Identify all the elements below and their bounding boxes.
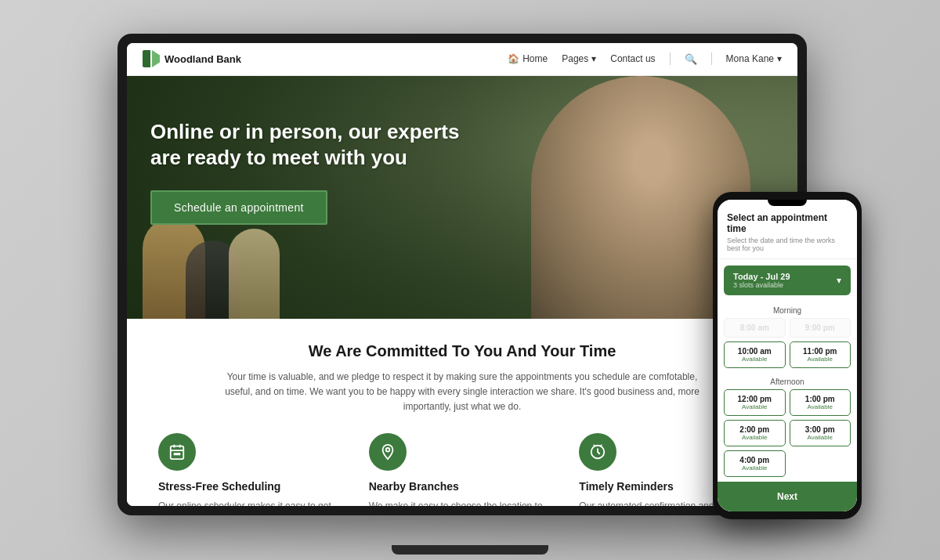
next-button[interactable]: Next (718, 482, 857, 511)
feature-2-title: Nearby Branches (369, 480, 459, 493)
feature-3-title: Timely Reminders (579, 480, 673, 493)
clock-icon (579, 433, 616, 471)
time-slot-8am[interactable]: 8:00 am (724, 318, 786, 338)
time-slot-status: Available (731, 434, 779, 441)
laptop-screen: Woodland Bank 🏠 Home Pages ▾ Contact us (127, 43, 797, 506)
svg-point-6 (179, 453, 180, 455)
laptop-base (392, 545, 548, 555)
laptop-wrapper: Woodland Bank 🏠 Home Pages ▾ Contact us (118, 34, 822, 543)
feature-1-title: Stress-Free Scheduling (158, 480, 280, 493)
user-menu[interactable]: Mona Kane ▾ (726, 53, 782, 64)
phone-title: Select an appointment time (727, 212, 848, 234)
time-slot-4pm[interactable]: 4:00 pm Available (724, 450, 786, 477)
date-info: Today - Jul 29 3 slots available (733, 272, 790, 289)
time-slot-status: Available (797, 403, 844, 410)
time-slot-time: 2:00 pm (731, 425, 779, 434)
user-name: Mona Kane (726, 53, 774, 64)
time-slot-1pm[interactable]: 1:00 pm Available (790, 389, 851, 416)
time-slot-time: 1:00 pm (797, 395, 844, 403)
time-slot-status: Available (731, 356, 779, 363)
phone-header: Select an appointment time Select the da… (718, 200, 857, 259)
hero-content: Online or in person, our experts are rea… (127, 76, 519, 249)
nav-pages[interactable]: Pages ▾ (562, 53, 596, 64)
time-slot-9pm[interactable]: 9:00 pm (790, 318, 851, 338)
time-slot-time: 3:00 pm (797, 425, 844, 434)
phone-wrapper: Select an appointment time Select the da… (713, 192, 862, 519)
time-slot-12pm[interactable]: 12:00 pm Available (724, 389, 786, 416)
phone-screen: Select an appointment time Select the da… (718, 200, 857, 511)
chevron-down-icon: ▾ (591, 53, 596, 64)
bank-icon (143, 50, 160, 67)
content-section: We Are Committed To You And Your Time Yo… (127, 319, 797, 506)
feature-scheduling: Stress-Free Scheduling Our online schedu… (158, 433, 345, 505)
nav-home[interactable]: 🏠 Home (508, 53, 548, 64)
time-slot-time: 4:00 pm (731, 456, 779, 464)
laptop-frame: Woodland Bank 🏠 Home Pages ▾ Contact us (118, 34, 807, 515)
time-slot-10am[interactable]: 10:00 am Available (724, 341, 786, 368)
afternoon-time-grid: 12:00 pm Available 1:00 pm Available 2:0… (718, 389, 857, 482)
svg-point-7 (385, 448, 389, 452)
time-slot-3pm[interactable]: 3:00 pm Available (790, 420, 851, 446)
morning-time-grid: 8:00 am 9:00 pm 10:00 am Available 11:00… (718, 318, 857, 373)
morning-label: Morning (718, 302, 857, 318)
time-slot-status: Available (797, 356, 844, 363)
svg-point-5 (176, 453, 178, 455)
time-slot-status: Available (731, 464, 779, 471)
location-icon (369, 433, 407, 471)
features-row: Stress-Free Scheduling Our online schedu… (158, 433, 766, 505)
slots-count: 3 slots available (733, 281, 790, 289)
brand-name: Woodland Bank (164, 53, 241, 65)
chevron-down-icon-user: ▾ (777, 53, 782, 64)
svg-point-4 (174, 453, 175, 455)
schedule-appointment-button[interactable]: Schedule an appointment (150, 190, 327, 225)
nav-links: 🏠 Home Pages ▾ Contact us 🔍 Mona Kane (508, 52, 782, 65)
logo-area: Woodland Bank (143, 50, 508, 67)
search-icon[interactable]: 🔍 (685, 53, 697, 65)
time-slot-time: 9:00 pm (797, 323, 844, 332)
feature-1-desc: Our online scheduler makes it easy to ge… (158, 499, 345, 505)
nav-contact[interactable]: Contact us (610, 53, 655, 64)
time-slot-2pm[interactable]: 2:00 pm Available (724, 420, 786, 446)
nav-divider (670, 52, 671, 65)
date-label: Today - Jul 29 (733, 272, 790, 281)
navbar: Woodland Bank 🏠 Home Pages ▾ Contact us (127, 43, 797, 76)
section-title: We Are Committed To You And Your Time (158, 342, 766, 360)
home-icon: 🏠 (508, 53, 519, 64)
afternoon-label: Afternoon (718, 373, 857, 389)
time-slot-time: 11:00 pm (797, 347, 844, 356)
time-slot-status: Available (797, 434, 844, 441)
hero-section: Online or in person, our experts are rea… (127, 76, 797, 319)
hero-title: Online or in person, our experts are rea… (150, 119, 495, 172)
time-slot-status: Available (731, 403, 779, 410)
date-selector[interactable]: Today - Jul 29 3 slots available ▾ (724, 266, 851, 295)
nav-divider-2 (711, 52, 712, 65)
phone-frame: Select an appointment time Select the da… (713, 192, 862, 519)
section-desc: Your time is valuable, and we pledge to … (219, 370, 705, 415)
feature-2-desc: We make it easy to choose the location t… (369, 499, 556, 505)
calendar-icon (158, 433, 196, 471)
chevron-down-icon-date: ▾ (837, 275, 841, 286)
feature-branches: Nearby Branches We make it easy to choos… (369, 433, 556, 505)
time-slot-time: 8:00 am (731, 323, 779, 332)
time-slot-11pm[interactable]: 11:00 pm Available (790, 341, 851, 368)
time-slot-time: 12:00 pm (731, 395, 779, 403)
time-slot-time: 10:00 am (731, 347, 779, 356)
phone-notch (768, 200, 807, 206)
phone-subtitle: Select the date and time the works best … (727, 237, 848, 252)
